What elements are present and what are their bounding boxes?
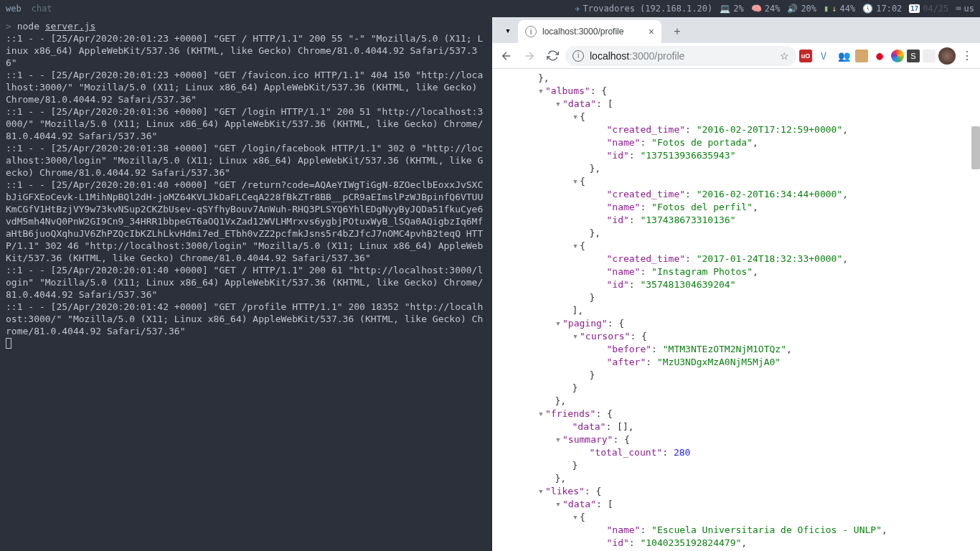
keyboard-icon: ⌨: [956, 4, 961, 14]
toggle-icon[interactable]: ▾: [573, 511, 580, 524]
extension-ublock[interactable]: uO: [799, 50, 812, 62]
bird-icon: ▾: [505, 25, 511, 36]
terminal-output: ::1 - - [25/Apr/2020:20:01:23 +0000] "GE…: [6, 33, 483, 336]
workspace-web[interactable]: web: [6, 4, 22, 14]
back-button[interactable]: [496, 46, 517, 66]
toggle-icon[interactable]: ▾: [555, 98, 562, 110]
clock-icon: 🕔: [862, 4, 873, 14]
json-viewer[interactable]: }, ▾"albums": { ▾"data": [ ▾{ "created_t…: [492, 69, 980, 551]
scrollbar-thumb[interactable]: [971, 126, 980, 169]
favicon-icon: i: [525, 26, 537, 37]
browser-menu-button[interactable]: ⋮: [958, 47, 976, 65]
extension-box[interactable]: [855, 50, 868, 62]
memory-status: 🧠 24%: [751, 4, 781, 14]
battery-down-icon: ↓: [831, 4, 837, 14]
browser-tab[interactable]: i localhost:3000/profile ×: [518, 20, 661, 43]
calendar: 17 04/25: [909, 4, 948, 14]
site-info-icon[interactable]: i: [573, 50, 584, 62]
calendar-icon: 17: [909, 4, 920, 13]
tab-close-icon[interactable]: ×: [649, 26, 654, 37]
battery-status: ▮ ↓ 44%: [824, 4, 855, 14]
toggle-icon[interactable]: ▾: [555, 498, 562, 511]
prompt: >: [6, 21, 11, 32]
terminal-pane[interactable]: > node server.js ::1 - - [25/Apr/2020:20…: [0, 17, 491, 551]
profile-avatar[interactable]: [938, 47, 956, 65]
volume-status: 🔊 20%: [787, 4, 816, 14]
network-status: ✈ Trovadores (192.168.1.20): [575, 4, 712, 14]
command: node server.js: [17, 21, 96, 32]
workspace-chat[interactable]: chat: [32, 4, 52, 14]
reload-button[interactable]: [542, 46, 562, 66]
app-icon: ▾: [498, 17, 518, 43]
toggle-icon[interactable]: ▾: [573, 330, 580, 343]
volume-icon: 🔊: [787, 4, 798, 14]
browser-toolbar: i localhost:3000/profile ☆ uO V 👥 ● S ⋮: [492, 43, 980, 69]
extension-s[interactable]: S: [907, 50, 920, 62]
toggle-icon[interactable]: ▾: [573, 240, 580, 253]
bookmark-star-icon[interactable]: ☆: [780, 50, 789, 62]
toggle-icon[interactable]: ▾: [538, 85, 545, 98]
url-text: localhost:3000/profile: [590, 50, 684, 62]
tab-title: localhost:3000/profile: [542, 27, 623, 37]
extension-colorwheel[interactable]: [891, 50, 904, 62]
brain-icon: 🧠: [751, 4, 762, 14]
plane-icon: ✈: [575, 4, 580, 14]
status-bar: web chat ✈ Trovadores (192.168.1.20) 💻 2…: [0, 0, 980, 17]
forward-button[interactable]: [519, 46, 540, 66]
toggle-icon[interactable]: ▾: [573, 110, 580, 123]
network-label: Trovadores (192.168.1.20): [583, 4, 713, 14]
toggle-icon[interactable]: ▾: [538, 485, 545, 498]
keyboard-layout: ⌨ us: [956, 4, 974, 14]
toggle-icon[interactable]: ▾: [538, 408, 545, 420]
extension-multilogin[interactable]: 👥: [835, 47, 852, 65]
address-bar[interactable]: i localhost:3000/profile ☆: [565, 46, 796, 66]
terminal-cursor: [6, 338, 11, 349]
clock: 🕔 17:02: [862, 4, 902, 14]
browser-window: ▾ i localhost:3000/profile × + i localho…: [491, 17, 980, 551]
laptop-icon: 💻: [720, 4, 730, 14]
toggle-icon[interactable]: ▾: [555, 317, 562, 330]
new-tab-button[interactable]: +: [667, 22, 687, 42]
toggle-icon[interactable]: ▾: [555, 433, 562, 446]
tab-strip: ▾ i localhost:3000/profile × +: [492, 17, 980, 43]
extension-vimium[interactable]: V: [815, 47, 832, 65]
toggle-icon[interactable]: ▾: [573, 175, 580, 188]
battery-icon: ▮: [824, 4, 829, 14]
extension-generic[interactable]: [923, 50, 936, 62]
extension-pinterest[interactable]: ●: [871, 47, 888, 65]
cpu-status: 💻 2%: [720, 4, 743, 14]
